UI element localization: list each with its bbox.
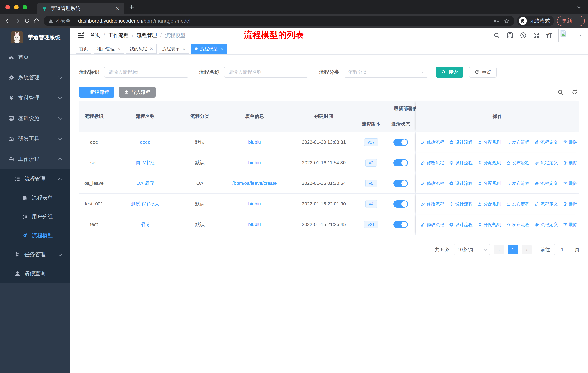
assign-rule-link[interactable]: 分配规则 bbox=[478, 139, 501, 145]
assign-rule-link[interactable]: 分配规则 bbox=[478, 160, 501, 166]
modify-process-link[interactable]: 修改流程 bbox=[421, 139, 444, 145]
active-toggle[interactable] bbox=[393, 180, 408, 187]
fullscreen-icon[interactable] bbox=[533, 32, 540, 39]
help-icon[interactable] bbox=[520, 32, 526, 39]
process-definition-link[interactable]: 流程定义 bbox=[535, 160, 558, 166]
prev-page-button[interactable]: ‹ bbox=[494, 245, 504, 254]
font-size-icon[interactable]: TT bbox=[546, 32, 552, 39]
minimize-window-button[interactable] bbox=[14, 5, 19, 10]
search-button[interactable]: 搜索 bbox=[436, 67, 463, 78]
process-key-input[interactable] bbox=[104, 67, 189, 78]
sidebar-item-process-form[interactable]: 流程表单 bbox=[0, 188, 70, 207]
sidebar-item-process-model[interactable]: 流程模型 bbox=[0, 226, 70, 245]
next-page-button[interactable]: › bbox=[522, 245, 532, 254]
process-definition-link[interactable]: 流程定义 bbox=[535, 139, 558, 145]
process-name-link[interactable]: eeee bbox=[140, 139, 151, 145]
close-icon[interactable]: ✕ bbox=[117, 46, 120, 51]
sidebar-item-infrastructure[interactable]: 基础设施 bbox=[0, 108, 70, 129]
import-process-button[interactable]: 导入流程 bbox=[119, 87, 156, 98]
assign-rule-link[interactable]: 分配规则 bbox=[478, 181, 501, 186]
sidebar-item-payment-management[interactable]: ¥ 支付管理 bbox=[0, 88, 70, 108]
browser-tab[interactable]: 芋道管理系统 ✕ bbox=[37, 2, 125, 14]
tag-tenant-management[interactable]: 租户管理✕ bbox=[94, 44, 124, 53]
modify-process-link[interactable]: 修改流程 bbox=[421, 222, 444, 227]
create-process-button[interactable]: + 新建流程 bbox=[79, 87, 115, 98]
sidebar-item-user-group[interactable]: 用户分组 bbox=[0, 207, 70, 226]
close-icon[interactable]: ✕ bbox=[182, 46, 186, 51]
url-host[interactable]: dashboard.yudao.iocoder.cn bbox=[78, 18, 142, 24]
app-logo-row[interactable]: 芋道管理系统 bbox=[0, 28, 70, 47]
process-category-select[interactable]: 流程分类 bbox=[344, 67, 428, 78]
modify-process-link[interactable]: 修改流程 bbox=[421, 160, 444, 166]
publish-process-link[interactable]: 发布流程 bbox=[506, 181, 529, 186]
not-secure-warning-icon[interactable] bbox=[49, 19, 53, 23]
tab-close-icon[interactable]: ✕ bbox=[115, 6, 120, 11]
design-process-link[interactable]: 设计流程 bbox=[449, 139, 473, 145]
assign-rule-link[interactable]: 分配规则 bbox=[478, 222, 501, 227]
sidebar-item-dev-tools[interactable]: 研发工具 bbox=[0, 129, 70, 149]
passwords-key-icon[interactable] bbox=[494, 18, 499, 24]
form-info-link[interactable]: biubiu bbox=[248, 201, 261, 207]
delete-link[interactable]: 删除 bbox=[563, 201, 578, 207]
publish-process-link[interactable]: 发布流程 bbox=[506, 201, 529, 207]
close-icon[interactable]: ✕ bbox=[220, 46, 223, 51]
form-info-link[interactable]: /bpm/oa/leave/create bbox=[232, 181, 277, 186]
breadcrumb-home[interactable]: 首页 bbox=[90, 32, 100, 39]
modify-process-link[interactable]: 修改流程 bbox=[421, 181, 444, 186]
version-badge[interactable]: v4 bbox=[366, 200, 377, 208]
active-toggle[interactable] bbox=[393, 200, 408, 208]
close-window-button[interactable] bbox=[5, 5, 10, 10]
maximize-window-button[interactable] bbox=[23, 5, 27, 10]
page-size-select[interactable]: 10条/页 bbox=[454, 244, 490, 255]
search-icon[interactable] bbox=[494, 32, 500, 39]
sidebar-item-task-management[interactable]: 任务管理 bbox=[0, 245, 70, 264]
tag-process-form[interactable]: 流程表单✕ bbox=[159, 44, 189, 53]
tag-process-model[interactable]: 流程模型✕ bbox=[191, 44, 227, 53]
page-1-button[interactable]: 1 bbox=[508, 245, 518, 254]
close-icon[interactable]: ✕ bbox=[150, 46, 153, 51]
active-toggle[interactable] bbox=[393, 139, 408, 146]
process-definition-link[interactable]: 流程定义 bbox=[535, 201, 558, 207]
active-toggle[interactable] bbox=[393, 221, 408, 228]
publish-process-link[interactable]: 发布流程 bbox=[506, 160, 529, 166]
design-process-link[interactable]: 设计流程 bbox=[449, 181, 473, 186]
form-info-link[interactable]: biubiu bbox=[248, 160, 261, 166]
delete-link[interactable]: 删除 bbox=[563, 139, 578, 145]
browser-update-button[interactable]: 更新 ⋮ bbox=[557, 16, 585, 26]
tag-my-process[interactable]: 我的流程✕ bbox=[126, 44, 156, 53]
delete-link[interactable]: 删除 bbox=[563, 160, 578, 166]
process-name-input[interactable] bbox=[224, 67, 308, 78]
reload-button[interactable] bbox=[22, 16, 32, 26]
forward-button[interactable] bbox=[13, 16, 22, 26]
home-button[interactable] bbox=[32, 16, 41, 26]
version-badge[interactable]: v21 bbox=[364, 221, 378, 228]
publish-process-link[interactable]: 发布流程 bbox=[506, 139, 529, 145]
form-info-link[interactable]: biubiu bbox=[248, 222, 261, 227]
design-process-link[interactable]: 设计流程 bbox=[449, 201, 473, 207]
process-name-link[interactable]: 滔博 bbox=[141, 221, 150, 228]
process-definition-link[interactable]: 流程定义 bbox=[535, 181, 558, 186]
publish-process-link[interactable]: 发布流程 bbox=[506, 222, 529, 227]
form-info-link[interactable]: biubiu bbox=[248, 139, 261, 145]
sidebar-item-home[interactable]: 首页 bbox=[0, 47, 70, 67]
bookmark-star-icon[interactable] bbox=[504, 18, 510, 24]
version-badge[interactable]: v5 bbox=[366, 180, 377, 187]
breadcrumb-process-management[interactable]: 流程管理 bbox=[137, 32, 157, 39]
user-avatar-broken-image[interactable] bbox=[558, 29, 572, 42]
refresh-table-icon[interactable] bbox=[572, 89, 578, 95]
delete-link[interactable]: 删除 bbox=[563, 181, 578, 186]
process-name-link[interactable]: 自己审批 bbox=[136, 160, 155, 166]
version-badge[interactable]: v2 bbox=[366, 159, 377, 167]
sidebar-item-leave-query[interactable]: 请假查询 bbox=[0, 264, 70, 283]
tag-home[interactable]: 首页 bbox=[76, 44, 92, 53]
github-icon[interactable] bbox=[506, 32, 514, 39]
browser-menu-icon[interactable]: ⋮ bbox=[576, 19, 581, 23]
url-path[interactable]: /bpm/manager/model bbox=[142, 18, 190, 24]
breadcrumb-workflow[interactable]: 工作流程 bbox=[108, 32, 129, 39]
tab-strip-chevron-icon[interactable] bbox=[576, 5, 582, 10]
version-badge[interactable]: v17 bbox=[364, 138, 378, 146]
avatar-caret-icon[interactable] bbox=[578, 33, 583, 37]
assign-rule-link[interactable]: 分配规则 bbox=[478, 201, 501, 207]
active-toggle[interactable] bbox=[393, 159, 408, 166]
reset-button[interactable]: 重置 bbox=[469, 67, 496, 78]
